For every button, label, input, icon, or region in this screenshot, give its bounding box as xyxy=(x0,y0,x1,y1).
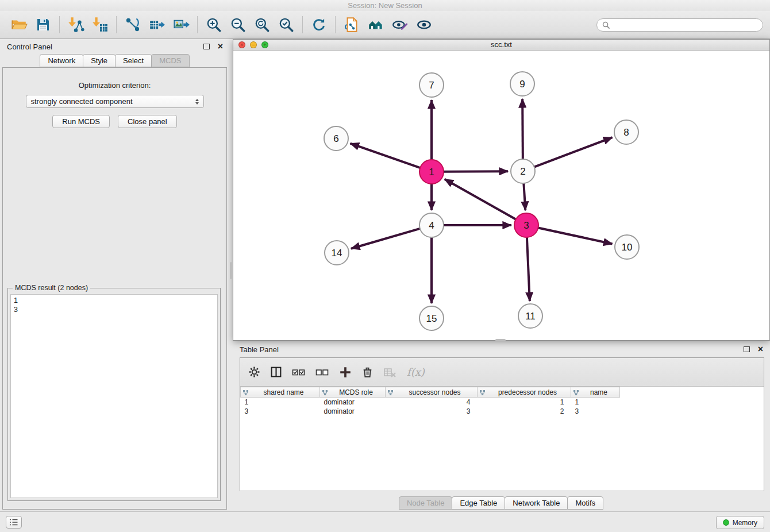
graph-edge-1-2[interactable] xyxy=(444,171,508,172)
table-cell[interactable]: 3 xyxy=(571,407,620,416)
refresh-button[interactable] xyxy=(307,13,331,37)
table-cell[interactable]: 1 xyxy=(571,398,620,407)
save-session-button[interactable] xyxy=(31,13,55,37)
import-table-button[interactable] xyxy=(88,13,112,37)
graph-node-label: 9 xyxy=(519,79,525,90)
show-all-columns-button[interactable] xyxy=(292,367,306,377)
float-panel-icon[interactable] xyxy=(744,346,750,352)
tab-node-table[interactable]: Node Table xyxy=(399,496,453,510)
hide-all-columns-button[interactable] xyxy=(315,367,329,377)
export-table-icon xyxy=(148,16,165,33)
table-settings-button[interactable] xyxy=(248,366,260,378)
tab-network[interactable]: Network xyxy=(40,54,83,67)
table-panel-tabs: Node Table Edge Table Network Table Moti… xyxy=(233,496,770,510)
window-controls: × − + xyxy=(238,41,268,48)
toolbar-separator xyxy=(302,16,303,33)
table-cell[interactable]: 2 xyxy=(478,407,571,416)
close-panel-icon[interactable]: × xyxy=(218,43,223,51)
graph-edge-2-9[interactable] xyxy=(522,99,523,159)
export-image-button[interactable] xyxy=(169,13,193,37)
network-graph[interactable]: 1234678910111415 xyxy=(233,51,769,340)
criterion-select[interactable]: strongly connected component xyxy=(26,95,204,108)
graph-edge-2-8[interactable] xyxy=(534,137,613,167)
graph-node-label: 10 xyxy=(622,242,633,253)
graph-edge-3-11[interactable] xyxy=(527,237,530,301)
graph-node-label: 15 xyxy=(426,313,437,324)
minimize-window-icon[interactable]: − xyxy=(250,41,257,48)
status-bar: Memory xyxy=(0,511,770,532)
preferred-layout-button[interactable] xyxy=(364,13,388,37)
table-cell[interactable]: dominator xyxy=(320,407,386,416)
select-columns-button[interactable] xyxy=(270,366,282,378)
column-header-predecessor-nodes[interactable]: predecessor nodes xyxy=(478,387,571,398)
table-cell[interactable]: dominator xyxy=(320,398,386,407)
graph-edge-4-14[interactable] xyxy=(351,229,420,249)
gear-icon xyxy=(248,366,260,378)
tab-style[interactable]: Style xyxy=(83,54,116,67)
close-panel-button[interactable]: Close panel xyxy=(118,115,177,128)
graphics-details-button[interactable] xyxy=(388,13,412,37)
birds-eye-view-button[interactable] xyxy=(412,13,436,37)
tab-select[interactable]: Select xyxy=(115,54,152,67)
table-cell[interactable]: 3 xyxy=(241,407,320,416)
maximize-window-icon[interactable]: + xyxy=(261,41,268,48)
column-hierarchy-icon xyxy=(242,390,249,396)
delete-table-icon xyxy=(383,367,397,378)
graph-edge-3-1[interactable] xyxy=(445,179,516,219)
search-icon xyxy=(602,21,610,29)
close-window-icon[interactable]: × xyxy=(238,41,245,48)
zoom-out-button[interactable] xyxy=(226,13,250,37)
table-row[interactable]: 3dominator323 xyxy=(241,407,620,416)
mcds-panel-body: Optimization criterion: strongly connect… xyxy=(2,67,227,510)
task-history-button[interactable] xyxy=(6,516,22,529)
column-header-successor-nodes[interactable]: successor nodes xyxy=(386,387,478,398)
control-panel: Control Panel × Network Style Select MCD… xyxy=(0,39,230,511)
control-panel-title: Control Panel xyxy=(7,43,52,51)
toolbar-separator xyxy=(59,16,60,33)
export-table-button[interactable] xyxy=(145,13,169,37)
column-header-mcds-role[interactable]: MCDS role xyxy=(320,387,386,398)
network-canvas[interactable]: 1234678910111415 xyxy=(233,51,769,340)
first-neighbors-button[interactable] xyxy=(121,13,145,37)
mcds-result-text[interactable]: 1 3 xyxy=(10,294,218,498)
zoom-fit-icon xyxy=(253,16,271,33)
create-column-button[interactable] xyxy=(339,366,352,379)
zoom-fit-button[interactable] xyxy=(250,13,274,37)
table-row[interactable]: 1dominator411 xyxy=(241,398,620,407)
tab-mcds[interactable]: MCDS xyxy=(151,54,189,67)
search-input[interactable] xyxy=(613,21,757,29)
run-mcds-button[interactable]: Run MCDS xyxy=(52,115,110,128)
new-network-from-selection-button[interactable] xyxy=(340,13,364,37)
table-cell[interactable]: 1 xyxy=(241,398,320,407)
delete-column-button[interactable] xyxy=(361,366,374,378)
column-header-shared-name[interactable]: shared name xyxy=(241,387,320,398)
close-panel-icon[interactable]: × xyxy=(758,345,763,353)
vertical-splitter-handle[interactable] xyxy=(230,262,232,279)
zoom-in-button[interactable] xyxy=(202,13,226,37)
table-cell[interactable]: 4 xyxy=(386,398,478,407)
table-cell[interactable]: 3 xyxy=(386,407,478,416)
table-cell[interactable]: 1 xyxy=(478,398,571,407)
select-arrows-icon xyxy=(195,99,199,105)
float-panel-icon[interactable] xyxy=(203,44,210,49)
import-network-button[interactable] xyxy=(64,13,88,37)
graph-edge-3-10[interactable] xyxy=(538,228,613,244)
task-list-icon xyxy=(9,518,19,527)
column-hierarchy-icon xyxy=(387,390,394,396)
graph-edge-2-3[interactable] xyxy=(523,183,525,210)
tab-network-table[interactable]: Network Table xyxy=(505,496,568,510)
zoom-out-icon xyxy=(229,16,247,33)
tab-edge-table[interactable]: Edge Table xyxy=(452,496,505,510)
column-header-name[interactable]: name xyxy=(571,387,620,398)
delete-table-button[interactable] xyxy=(383,367,397,378)
open-session-button[interactable] xyxy=(7,13,31,37)
function-builder-button[interactable]: f(x) xyxy=(407,366,425,378)
memory-button[interactable]: Memory xyxy=(716,516,764,529)
main-toolbar xyxy=(0,11,770,39)
window-titlebar: Session: New Session xyxy=(0,0,770,11)
graph-edge-1-6[interactable] xyxy=(351,144,421,168)
zoom-selected-button[interactable] xyxy=(274,13,298,37)
tab-motifs[interactable]: Motifs xyxy=(567,496,603,510)
network-window-titlebar[interactable]: × − + scc.txt xyxy=(233,40,769,51)
horizontal-splitter-handle[interactable] xyxy=(495,339,506,341)
